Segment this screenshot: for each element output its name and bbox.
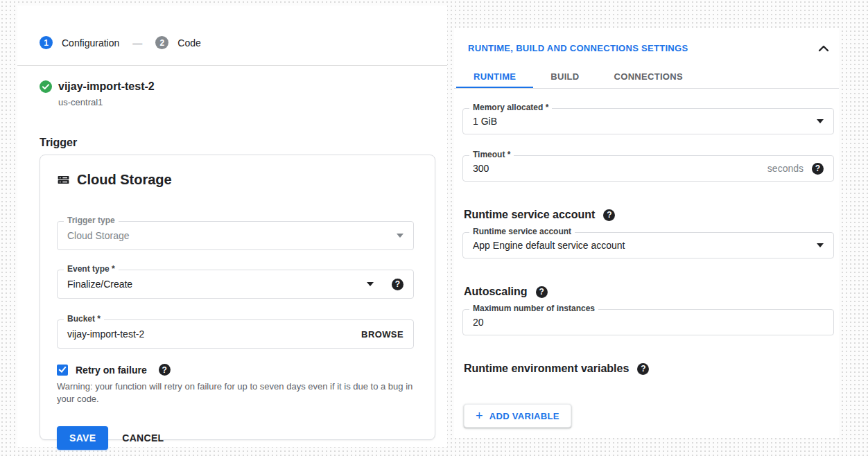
configuration-panel: 1 Configuration — 2 Code vijay-import-te… [17,6,447,447]
retry-on-failure-row: Retry on failure [57,364,414,376]
bucket-label: Bucket * [64,314,104,324]
runtime-service-account-label: Runtime service account [469,227,575,237]
memory-allocated-select[interactable]: Memory allocated * 1 GiB [462,108,834,134]
step-1-badge[interactable]: 1 [40,36,53,49]
browse-button[interactable]: BROWSE [361,329,403,340]
timeout-unit: seconds [767,163,804,174]
event-type-label: Event type * [64,264,119,274]
tab-connections[interactable]: CONNECTIONS [597,65,700,88]
cloud-storage-icon [57,173,70,186]
memory-allocated-value: 1 GiB [473,116,810,127]
chevron-down-icon [817,119,824,123]
retry-label[interactable]: Retry on failure [76,365,147,376]
function-header: vijay-import-test-2 us-central1 [17,66,447,107]
timeout-help-icon[interactable] [812,163,824,175]
plus-icon [476,410,483,422]
settings-accordion-header[interactable]: RUNTIME, BUILD AND CONNECTIONS SETTINGS [454,28,839,53]
step-1-label[interactable]: Configuration [62,37,119,49]
timeout-input[interactable]: 300 [473,163,767,174]
max-instances-input[interactable]: 20 [473,317,824,328]
retry-checkbox[interactable] [57,365,68,376]
save-button[interactable]: SAVE [57,426,108,450]
step-2-badge[interactable]: 2 [155,36,168,49]
trigger-section-title: Trigger [40,137,447,149]
step-2-label[interactable]: Code [177,37,200,49]
trigger-card: Cloud Storage Trigger type Cloud Storage… [40,155,435,440]
runtime-env-vars-help-icon[interactable] [637,363,649,375]
success-check-icon [40,80,52,93]
function-name: vijay-import-test-2 [58,80,155,93]
step-separator: — [128,37,146,49]
chevron-down-icon [817,243,824,247]
bucket-field[interactable]: Bucket * vijay-import-test-2 BROWSE [57,319,414,349]
wizard-stepper: 1 Configuration — 2 Code [17,6,447,49]
runtime-settings-panel: RUNTIME, BUILD AND CONNECTIONS SETTINGS … [454,28,839,438]
retry-help-icon[interactable] [159,364,171,376]
chevron-up-icon[interactable] [818,45,829,52]
tab-build[interactable]: BUILD [533,65,596,88]
form-actions: SAVE CANCEL [57,426,414,450]
autoscaling-heading: Autoscaling [464,286,528,298]
trigger-type-value: Cloud Storage [67,230,390,241]
tab-runtime[interactable]: RUNTIME [456,65,533,88]
bucket-input[interactable]: vijay-import-test-2 [67,328,361,340]
chevron-down-icon [397,234,403,238]
runtime-service-account-value: App Engine default service account [473,240,810,251]
max-instances-field[interactable]: Maximum number of instances 20 [462,309,834,335]
function-region: us-central1 [40,93,447,107]
settings-tabs: RUNTIME BUILD CONNECTIONS [454,65,839,89]
runtime-service-account-help-icon[interactable] [603,209,615,221]
cancel-button[interactable]: CANCEL [122,432,164,444]
timeout-field[interactable]: Timeout * 300 seconds [462,155,834,182]
timeout-label: Timeout * [469,150,514,160]
trigger-card-title: Cloud Storage [77,172,172,188]
runtime-service-account-heading: Runtime service account [464,209,595,221]
chevron-down-icon [367,282,374,286]
event-type-help-icon[interactable] [392,279,403,290]
add-variable-button[interactable]: ADD VARIABLE [464,404,571,428]
event-type-select[interactable]: Event type * Finalize/Create [57,270,414,299]
memory-allocated-label: Memory allocated * [469,103,552,113]
max-instances-label: Maximum number of instances [469,304,598,314]
runtime-service-account-select[interactable]: Runtime service account App Engine defau… [462,232,834,258]
runtime-env-vars-heading: Runtime environment variables [464,362,629,375]
trigger-type-label: Trigger type [64,216,119,226]
add-variable-label: ADD VARIABLE [489,411,559,421]
retry-warning-text: Warning: your function will retry on fai… [57,380,414,405]
trigger-type-select[interactable]: Trigger type Cloud Storage [57,221,414,250]
settings-header-label[interactable]: RUNTIME, BUILD AND CONNECTIONS SETTINGS [468,43,688,53]
autoscaling-help-icon[interactable] [536,286,548,298]
event-type-value: Finalize/Create [67,279,360,290]
